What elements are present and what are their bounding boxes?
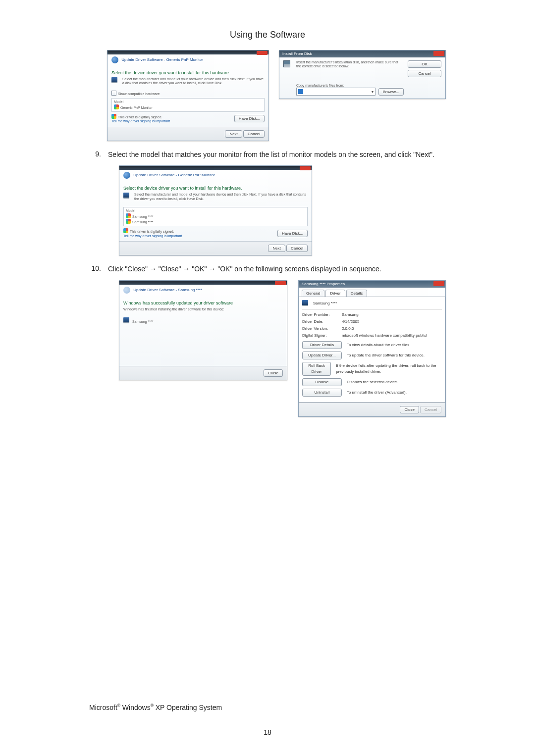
breadcrumb: Update Driver Software - Generic PnP Mon… bbox=[121, 57, 203, 62]
next-section-heading: Microsoft® Windows® XP Operating System bbox=[89, 703, 222, 711]
roll-back-button[interactable]: Roll Back Driver bbox=[302, 362, 331, 376]
chevron-down-icon: ▾ bbox=[372, 90, 374, 94]
column-header-model: Model bbox=[114, 100, 262, 104]
tab-general[interactable]: General bbox=[302, 290, 324, 297]
disable-button[interactable]: Disable bbox=[302, 378, 342, 386]
close-icon[interactable] bbox=[300, 166, 311, 170]
screenshot-select-driver-samsung: Update Driver Software - Generic PnP Mon… bbox=[119, 165, 312, 255]
dialog-description: Select the manufacturer and model of you… bbox=[122, 77, 265, 86]
tab-driver[interactable]: Driver bbox=[325, 290, 345, 297]
model-option-2[interactable]: Samsung **** bbox=[126, 219, 305, 224]
show-compatible-checkbox[interactable]: Show compatible hardware bbox=[111, 91, 265, 96]
signing-link[interactable]: Tell me why driver signing is important bbox=[123, 234, 182, 238]
update-driver-button[interactable]: Update Driver... bbox=[302, 352, 342, 359]
breadcrumb: Update Driver Software - Samsung **** bbox=[133, 288, 202, 292]
dialog-title: Install From Disk bbox=[282, 51, 312, 56]
signed-label: This driver is digitally signed. bbox=[123, 228, 182, 234]
window-title: Samsung **** Properties bbox=[302, 282, 345, 286]
desc-roll: If the device fails after updating the d… bbox=[336, 363, 442, 375]
close-icon[interactable] bbox=[433, 51, 444, 56]
path-dropdown[interactable]: ▾ bbox=[296, 88, 375, 96]
value-signer: microsoft windows hardware compatibility… bbox=[342, 333, 427, 339]
dialog-description: Select the manufacturer and model of you… bbox=[134, 193, 308, 201]
dialog-title: Windows has successfully updated your dr… bbox=[123, 301, 283, 305]
close-button[interactable]: Close bbox=[264, 369, 282, 377]
monitor-icon bbox=[123, 193, 131, 201]
step-text: Select the model that matches your monit… bbox=[108, 150, 446, 160]
back-icon[interactable] bbox=[111, 56, 118, 63]
uninstall-button[interactable]: Uninstall bbox=[302, 389, 342, 397]
model-option-generic[interactable]: Generic PnP Monitor bbox=[114, 104, 262, 110]
dialog-title: Select the device driver you want to ins… bbox=[111, 70, 265, 75]
next-button[interactable]: Next bbox=[268, 245, 285, 252]
device-name: Samsung **** bbox=[313, 301, 337, 306]
close-button[interactable]: Close bbox=[400, 406, 419, 413]
close-icon[interactable] bbox=[433, 281, 444, 286]
step-number: 10. bbox=[89, 264, 101, 274]
breadcrumb: Update Driver Software - Generic PnP Mon… bbox=[133, 173, 214, 177]
desc-update: To update the driver software for this d… bbox=[347, 353, 425, 358]
desc-uninstall: To uninstall the driver (Advanced). bbox=[347, 390, 407, 396]
signed-label: This driver is digitally signed. bbox=[111, 114, 170, 119]
back-icon[interactable] bbox=[123, 172, 130, 179]
tab-details[interactable]: Details bbox=[346, 290, 367, 297]
device-name: Samsung **** bbox=[132, 320, 153, 323]
model-option-1[interactable]: Samsung **** bbox=[126, 213, 305, 219]
step-9: 9. Select the model that matches your mo… bbox=[89, 150, 446, 160]
label-date: Driver Date: bbox=[302, 319, 338, 325]
cancel-button: Cancel bbox=[420, 406, 441, 413]
dialog-message: Insert the manufacturer's installation d… bbox=[296, 60, 404, 69]
value-date: 4/14/2005 bbox=[342, 319, 360, 325]
have-disk-button[interactable]: Have Disk... bbox=[277, 230, 308, 237]
monitor-icon bbox=[302, 300, 310, 307]
value-version: 2.0.0.0 bbox=[342, 326, 354, 332]
close-icon[interactable] bbox=[257, 51, 268, 55]
ok-button[interactable]: OK bbox=[408, 60, 441, 68]
step-number: 9. bbox=[89, 150, 101, 160]
label-version: Driver Version: bbox=[302, 326, 338, 332]
cancel-button[interactable]: Cancel bbox=[286, 245, 308, 252]
signing-link[interactable]: Tell me why driver signing is important bbox=[111, 119, 170, 123]
step-text: Click "Close" → "Close" → "OK" → "OK" on… bbox=[108, 264, 446, 274]
cancel-button[interactable]: Cancel bbox=[408, 70, 441, 77]
dialog-title: Select the device driver you want to ins… bbox=[123, 186, 308, 191]
back-icon bbox=[123, 287, 130, 294]
page-number: 18 bbox=[0, 728, 535, 736]
column-header-model: Model bbox=[126, 209, 305, 213]
copy-from-label: Copy manufacturer's files from: bbox=[296, 84, 404, 88]
floppy-icon bbox=[283, 60, 292, 96]
step-10: 10. Click "Close" → "Close" → "OK" → "OK… bbox=[89, 264, 446, 274]
screenshot-install-from-disk: Install From Disk Insert the manufacture… bbox=[279, 50, 446, 99]
dialog-subtext: Windows has finished installing the driv… bbox=[123, 307, 283, 311]
screenshot-update-success: Update Driver Software - Samsung **** Wi… bbox=[119, 280, 287, 380]
next-button[interactable]: Next bbox=[225, 130, 242, 138]
desc-disable: Disables the selected device. bbox=[347, 379, 398, 385]
driver-details-button[interactable]: Driver Details bbox=[302, 341, 342, 349]
drive-icon bbox=[298, 89, 303, 94]
screenshot-select-driver-generic: Update Driver Software - Generic PnP Mon… bbox=[107, 50, 269, 141]
section-heading: Using the Software bbox=[89, 30, 446, 40]
monitor-icon bbox=[123, 320, 131, 323]
desc-details: To view details about the driver files. bbox=[347, 342, 411, 348]
label-signer: Digital Signer: bbox=[302, 333, 338, 339]
browse-button[interactable]: Browse... bbox=[378, 88, 404, 96]
monitor-icon bbox=[111, 77, 119, 86]
close-icon[interactable] bbox=[275, 281, 286, 285]
label-provider: Driver Provider: bbox=[302, 312, 338, 318]
cancel-button[interactable]: Cancel bbox=[243, 130, 265, 138]
value-provider: Samsung bbox=[342, 312, 359, 318]
screenshot-monitor-properties: Samsung **** Properties General Driver D… bbox=[298, 280, 446, 417]
have-disk-button[interactable]: Have Disk... bbox=[234, 115, 265, 122]
